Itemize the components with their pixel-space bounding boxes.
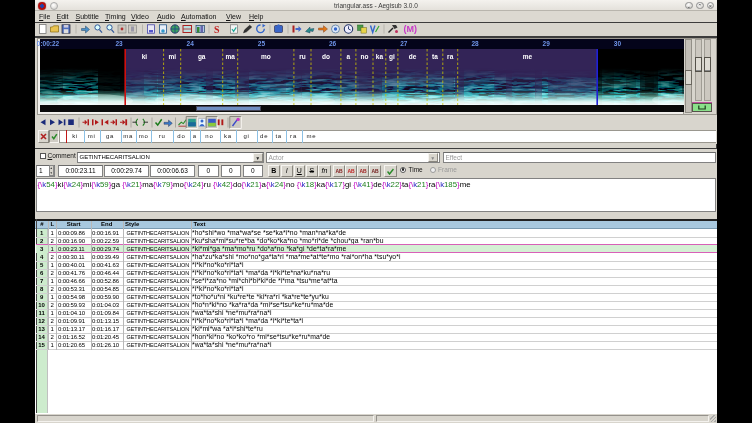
svg-text:a: a	[347, 52, 351, 59]
svg-text:ga: ga	[198, 52, 206, 60]
svg-text:mi: mi	[168, 52, 176, 59]
svg-text:mo: mo	[261, 52, 271, 59]
svg-text:ra: ra	[447, 52, 454, 59]
svg-text:no: no	[360, 52, 368, 59]
svg-text:de: de	[409, 52, 417, 59]
svg-text:ru: ru	[299, 52, 306, 59]
svg-text:ki: ki	[142, 52, 148, 59]
svg-text:me: me	[523, 52, 533, 59]
svg-text:(Μ): (Μ)	[404, 24, 418, 34]
svg-text:ka: ka	[376, 52, 384, 59]
svg-text:gi: gi	[389, 52, 395, 60]
svg-text:ta: ta	[432, 52, 438, 59]
svg-text:do: do	[322, 52, 330, 59]
svg-text:ma: ma	[225, 52, 235, 59]
svg-text:S: S	[214, 24, 220, 35]
